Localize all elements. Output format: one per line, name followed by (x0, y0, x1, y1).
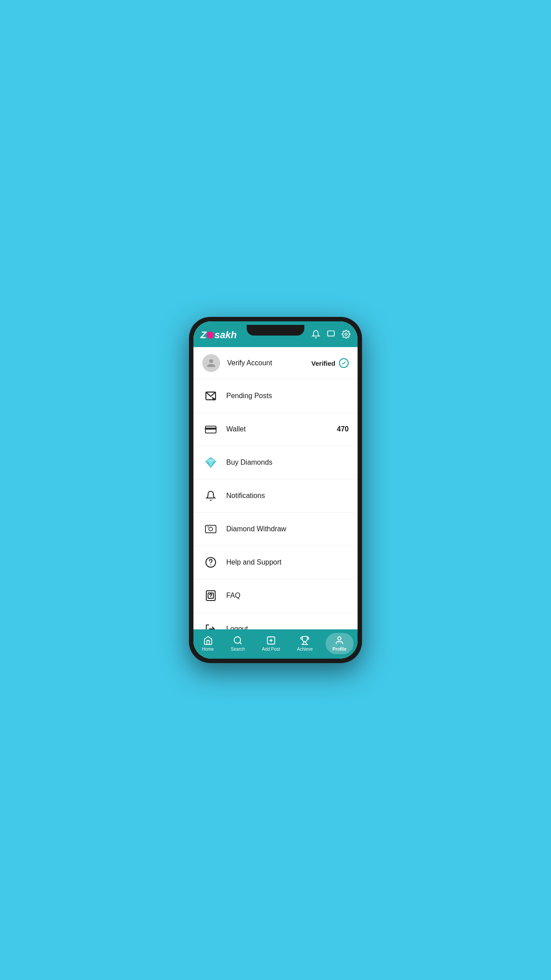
nav-search[interactable]: Search (226, 634, 249, 653)
wallet-icon (205, 424, 216, 434)
help-support-icon (205, 557, 216, 568)
search-label: Search (231, 647, 245, 652)
logo-dot (207, 332, 214, 339)
nav-add-post[interactable]: Add Post (258, 634, 285, 653)
svg-point-4 (213, 398, 215, 400)
faq-icon-wrap (202, 587, 219, 604)
verify-account-item[interactable]: Verify Account Verified (193, 347, 358, 379)
wallet-item[interactable]: Wallet 470 (193, 413, 358, 446)
chat-icon[interactable] (327, 330, 335, 341)
logout-item[interactable]: Logout (193, 612, 358, 629)
profile-label: Profile (333, 647, 346, 652)
svg-point-1 (345, 333, 347, 335)
avatar (202, 354, 220, 372)
search-icon (233, 636, 243, 645)
logo-z: Z (201, 329, 206, 341)
svg-line-21 (240, 642, 241, 644)
notifications-item[interactable]: Notifications (193, 479, 358, 513)
menu-content: Verify Account Verified (193, 347, 358, 629)
pending-posts-item[interactable]: Pending Posts (193, 379, 358, 413)
verify-label: Verify Account (227, 359, 311, 367)
home-icon (203, 636, 213, 645)
help-support-item[interactable]: Help and Support (193, 546, 358, 579)
profile-icon (335, 636, 344, 645)
diamond-withdraw-label: Diamond Withdraw (226, 525, 349, 533)
notifications-icon (205, 490, 216, 502)
notifications-icon-wrap (202, 487, 219, 504)
svg-point-12 (209, 527, 213, 531)
nav-home[interactable]: Home (197, 634, 218, 653)
logout-icon (205, 624, 216, 629)
verified-badge-icon (339, 358, 349, 368)
buy-diamonds-item[interactable]: Buy Diamonds (193, 446, 358, 479)
svg-point-20 (234, 637, 241, 644)
wallet-badge: 470 (337, 425, 349, 433)
wallet-label: Wallet (226, 425, 337, 433)
diamond-icon (205, 456, 217, 469)
help-support-label: Help and Support (226, 558, 349, 566)
diamond-withdraw-icon (205, 524, 216, 534)
svg-point-15 (210, 565, 211, 565)
diamond-withdraw-icon-wrap (202, 521, 219, 537)
logout-label: Logout (226, 625, 349, 629)
help-support-icon-wrap (202, 554, 219, 571)
pending-posts-icon (205, 390, 216, 402)
phone-notch (247, 325, 304, 336)
svg-marker-10 (206, 459, 216, 461)
notifications-label: Notifications (226, 492, 349, 500)
faq-item[interactable]: FAQ (193, 579, 358, 612)
phone-frame: Z sakh (189, 317, 362, 663)
header-icons (311, 330, 350, 341)
buy-diamonds-icon-wrap (202, 454, 219, 471)
add-post-label: Add Post (262, 647, 280, 652)
svg-point-25 (338, 637, 341, 640)
faq-label: FAQ (226, 592, 349, 600)
svg-point-18 (210, 597, 211, 597)
bell-icon[interactable] (311, 330, 320, 341)
svg-rect-11 (205, 526, 216, 533)
achieve-icon (300, 636, 310, 645)
svg-rect-0 (328, 331, 335, 336)
logo-text: sakh (214, 329, 236, 341)
add-post-icon (266, 636, 276, 645)
svg-rect-7 (213, 430, 215, 431)
pending-posts-label: Pending Posts (226, 392, 349, 400)
achieve-label: Achieve (297, 647, 313, 652)
buy-diamonds-label: Buy Diamonds (226, 458, 349, 466)
diamond-withdraw-item[interactable]: Diamond Withdraw (193, 513, 358, 546)
svg-rect-6 (205, 428, 216, 430)
settings-icon[interactable] (342, 330, 350, 341)
nav-achieve[interactable]: Achieve (293, 634, 318, 653)
faq-icon (205, 590, 216, 601)
pending-posts-icon-wrap (202, 387, 219, 404)
bottom-navigation: Home Search Add Post (193, 629, 358, 659)
phone-screen: Z sakh (193, 321, 358, 659)
nav-profile[interactable]: Profile (326, 633, 354, 654)
wallet-icon-wrap (202, 421, 219, 438)
logout-icon-wrap (202, 620, 219, 629)
home-label: Home (202, 647, 214, 652)
verified-text: Verified (311, 360, 335, 367)
app-logo: Z sakh (201, 329, 237, 341)
